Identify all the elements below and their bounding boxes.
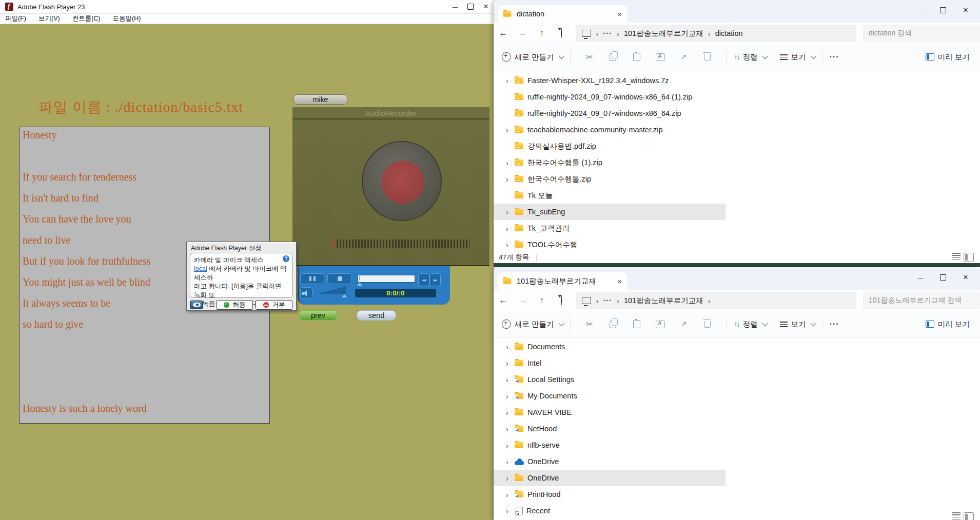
close-icon[interactable] [954,3,977,18]
details-view-icon[interactable] [952,512,961,519]
maximize-icon[interactable] [932,3,954,18]
rewind-button[interactable]: ◂◂ [418,273,429,286]
chevron-right-icon[interactable] [506,208,511,216]
chevron-right-icon[interactable] [506,76,511,85]
breadcrumb[interactable]: › ··· › 101팝송노래부르기교재 › dictation [576,25,856,42]
chevron-right-icon[interactable] [506,224,511,233]
prev-button[interactable]: prev [299,310,338,321]
large-view-icon[interactable] [964,512,974,520]
close-icon[interactable] [478,1,494,12]
tab-dictation[interactable]: dictation × [498,5,627,23]
chevron-right-icon[interactable] [506,441,511,450]
refresh-icon[interactable] [552,28,571,38]
tree-item[interactable]: Recent [494,503,726,519]
tree-item[interactable]: PrintHood [494,486,726,503]
copy-button[interactable] [601,53,625,61]
progress-bar[interactable] [358,275,415,283]
cut-button[interactable] [578,52,601,63]
forward-icon[interactable]: → [513,28,533,38]
up-icon[interactable]: ↑ [532,28,552,38]
stop-button[interactable] [327,273,352,284]
new-button[interactable]: 새로 만들기 [502,319,563,329]
search-input[interactable]: dictation 검색 [863,25,980,42]
chevron-right-icon[interactable] [506,158,511,167]
tree-item[interactable]: Tk 오늘 [494,187,726,204]
tree-item[interactable]: NAVER VIBE [494,404,726,421]
tree-item[interactable]: Tk_subEng [494,204,726,220]
copy-button[interactable] [601,321,625,328]
chevron-right-icon[interactable] [506,241,511,249]
chevron-right-icon[interactable] [506,490,511,499]
volume-marker-icon[interactable] [342,294,347,297]
back-icon[interactable]: ← [494,295,513,306]
back-icon[interactable]: ← [494,28,513,38]
tree-item[interactable]: teachablemachine-community-master.zip [494,122,726,138]
tree-item[interactable]: Documents [494,338,726,355]
chevron-right-icon[interactable] [506,126,511,134]
tree-item[interactable]: My Documents [494,388,726,404]
more-options-icon[interactable]: ··· [830,52,839,62]
breadcrumb[interactable]: › ··· › 101팝송노래부르기교재 › [576,292,856,309]
tree-item[interactable]: NetHood [494,421,726,437]
allow-button[interactable]: 허용 [216,300,253,310]
refresh-icon[interactable] [552,295,571,306]
tree-item[interactable]: Tk_고객관리 [494,220,726,236]
search-input[interactable]: 101팝송노래부르기교재 검색 [863,292,980,309]
up-icon[interactable]: ↑ [532,295,552,306]
minimize-icon[interactable] [909,3,932,18]
this-pc-icon[interactable] [582,30,591,37]
maximize-icon[interactable] [932,270,954,285]
chevron-right-icon[interactable] [506,507,511,515]
volume-button[interactable] [300,287,312,299]
tree-item[interactable]: Local Settings [494,371,726,388]
chevron-right-icon[interactable] [506,408,511,417]
details-view-icon[interactable] [952,253,961,260]
mike-button[interactable]: mike [293,94,347,105]
rename-button[interactable] [649,321,672,328]
menu-item[interactable]: 파일(F) [5,14,26,23]
view-button[interactable]: 보기 [780,319,815,329]
privacy-monitor-icon[interactable] [190,301,203,309]
tab-textbook[interactable]: 101팝송노래부르기교재 × [498,272,627,290]
tree-item[interactable]: 한국수어수행툴 (1).zip [494,154,726,171]
this-pc-icon[interactable] [582,297,591,304]
maximize-icon[interactable] [463,1,478,12]
sort-button[interactable]: ↑↓정렬 [734,319,767,329]
tree-item[interactable]: OneDrive [494,453,726,470]
preview-toggle-button[interactable]: 미리 보기 [926,52,970,62]
chevron-right-icon[interactable] [506,375,511,384]
chevron-right-icon[interactable] [506,359,511,368]
paste-button[interactable] [625,320,649,328]
breadcrumb-current[interactable]: dictation [715,29,743,37]
close-icon[interactable] [954,270,977,285]
share-button[interactable] [672,319,696,329]
volume-slider[interactable] [318,286,346,294]
tree-item[interactable]: 한국수어수행툴.zip [494,171,726,187]
tab-close-icon[interactable]: × [617,277,622,286]
chevron-right-icon[interactable] [506,457,511,466]
record-button[interactable] [362,141,442,221]
breadcrumb-folder[interactable]: 101팝송노래부르기교재 [624,29,703,38]
tree-item[interactable]: Intel [494,355,726,371]
tree-item[interactable]: 강의실사용법.pdf.zip [494,138,726,154]
chevron-right-icon[interactable] [506,425,511,433]
chevron-right-icon[interactable] [506,175,511,184]
breadcrumb-overflow-icon[interactable]: ··· [603,29,612,37]
fast-forward-button[interactable]: ▸▸ [429,273,441,286]
chevron-right-icon[interactable] [506,343,511,351]
preview-toggle-button[interactable]: 미리 보기 [926,319,970,329]
large-view-icon[interactable] [964,253,974,262]
more-options-icon[interactable]: ··· [830,319,839,329]
view-button[interactable]: 보기 [780,52,815,62]
delete-button[interactable] [696,321,719,328]
tree-item[interactable]: nllb-serve [494,437,726,453]
delete-button[interactable] [696,54,719,61]
breadcrumb-overflow-icon[interactable]: ··· [603,296,612,305]
chevron-right-icon[interactable] [506,474,511,483]
send-button[interactable]: send [357,310,396,321]
forward-icon[interactable]: → [513,295,533,306]
chevron-right-icon[interactable] [506,392,511,401]
menu-item[interactable]: 컨트롤(C) [72,14,101,23]
local-link[interactable]: local [194,265,207,272]
sort-button[interactable]: ↑↓정렬 [734,52,767,62]
